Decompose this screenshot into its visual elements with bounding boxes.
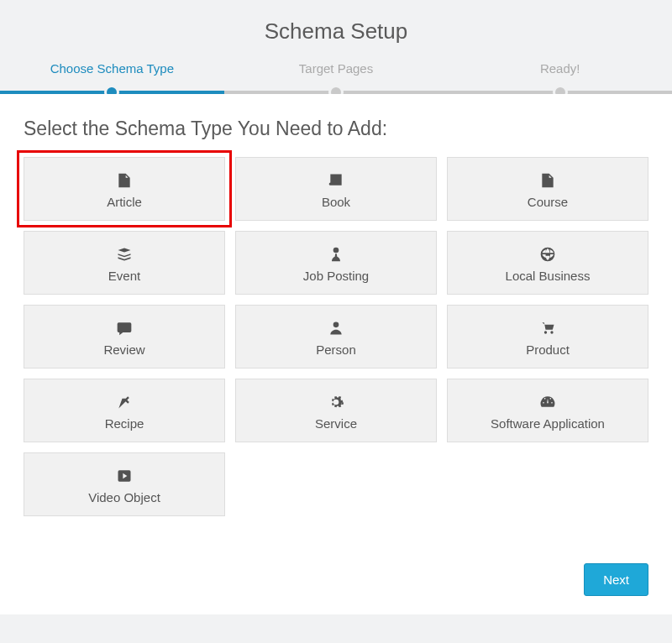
- schema-grid: ArticleBookCourseEventJob PostingLocal B…: [24, 157, 648, 516]
- gear-icon: [328, 393, 344, 411]
- main-panel: Select the Schema Type You Need to Add: …: [0, 94, 672, 614]
- step-2[interactable]: Ready!: [448, 61, 672, 94]
- book-icon: [328, 171, 344, 190]
- schema-tile-label: Course: [528, 195, 568, 209]
- globe-icon: [539, 245, 556, 264]
- schema-tile-label: Event: [108, 269, 140, 283]
- step-0[interactable]: Choose Schema Type: [0, 61, 224, 94]
- schema-tile-label: Article: [107, 195, 142, 209]
- schema-tile-recipe[interactable]: Recipe: [24, 379, 225, 442]
- schema-tile-label: Book: [322, 195, 350, 209]
- step-1[interactable]: Target Pages: [224, 61, 449, 94]
- schema-tile-label: Review: [103, 342, 144, 357]
- cart-icon: [539, 319, 556, 337]
- footer: Next: [584, 563, 648, 596]
- schema-tile-software-application[interactable]: Software Application: [447, 379, 648, 442]
- schema-tile-product[interactable]: Product: [447, 305, 648, 369]
- schema-tile-label: Local Business: [506, 269, 591, 283]
- schema-tile-event[interactable]: Event: [24, 231, 225, 295]
- schema-tile-label: Video Object: [88, 490, 160, 504]
- carrot-icon: [116, 393, 133, 411]
- panel-heading: Select the Schema Type You Need to Add:: [24, 118, 648, 140]
- stack-icon: [116, 245, 133, 264]
- schema-tile-label: Software Application: [491, 416, 605, 431]
- file-icon: [116, 171, 133, 190]
- page-title: Schema Setup: [0, 0, 672, 61]
- user-icon: [328, 319, 344, 337]
- schema-tile-local-business[interactable]: Local Business: [447, 231, 648, 295]
- schema-tile-article[interactable]: Article: [24, 157, 225, 221]
- user-tie-icon: [328, 245, 344, 264]
- file-icon: [539, 171, 556, 190]
- schema-tile-course[interactable]: Course: [447, 157, 648, 221]
- schema-tile-label: Service: [315, 416, 357, 431]
- schema-tile-book[interactable]: Book: [235, 157, 437, 221]
- schema-tile-label: Recipe: [105, 416, 144, 431]
- schema-tile-person[interactable]: Person: [235, 305, 437, 369]
- dashboard-icon: [539, 393, 556, 411]
- schema-tile-label: Product: [526, 342, 570, 357]
- stepper: Choose Schema TypeTarget PagesReady!: [0, 61, 672, 94]
- next-button[interactable]: Next: [584, 563, 648, 596]
- schema-tile-service[interactable]: Service: [235, 379, 437, 442]
- schema-tile-video-object[interactable]: Video Object: [24, 452, 225, 516]
- schema-tile-label: Person: [316, 342, 356, 357]
- comment-icon: [116, 319, 133, 337]
- play-icon: [116, 467, 133, 485]
- schema-tile-review[interactable]: Review: [24, 305, 225, 369]
- schema-tile-label: Job Posting: [303, 269, 369, 283]
- schema-tile-job-posting[interactable]: Job Posting: [235, 231, 437, 295]
